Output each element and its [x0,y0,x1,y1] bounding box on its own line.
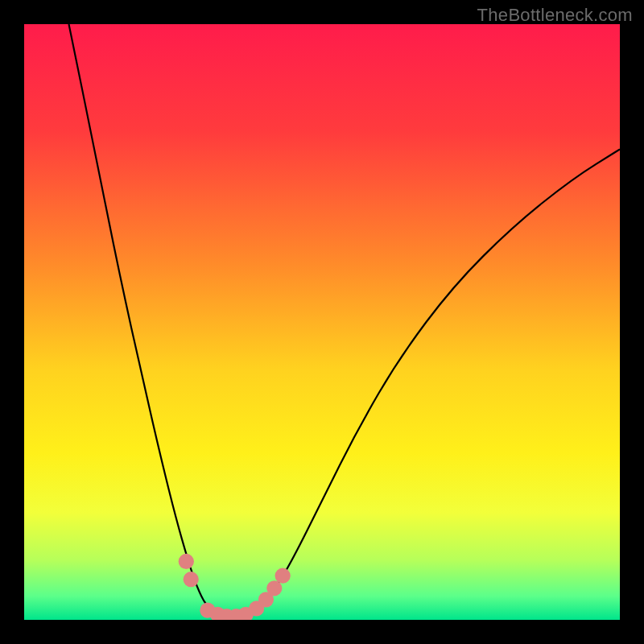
bottleneck-chart [24,24,620,620]
plot-area [24,24,620,620]
marker-dot [184,572,199,587]
watermark-text: TheBottleneck.com [477,5,633,26]
marker-dot [275,568,291,584]
marker-dot [179,554,194,569]
gradient-background [24,24,620,620]
chart-frame: TheBottleneck.com [0,0,644,644]
